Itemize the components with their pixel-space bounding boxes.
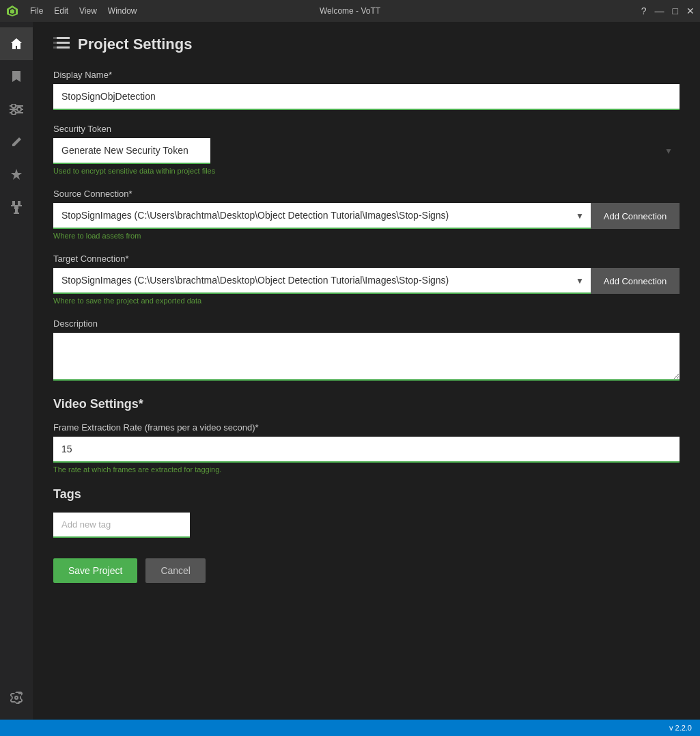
target-add-connection-button[interactable]: Add Connection <box>591 268 680 294</box>
sidebar-item-sliders[interactable] <box>0 93 33 126</box>
menu-edit[interactable]: Edit <box>54 6 68 16</box>
title-bar: File Edit View Window Welcome - VoTT ? —… <box>0 0 700 22</box>
security-token-label: Security Token <box>53 124 680 134</box>
svg-rect-12 <box>14 206 18 209</box>
description-label: Description <box>53 318 680 329</box>
target-connection-select[interactable]: StopSignImages (C:\Users\brachtma\Deskto… <box>53 268 591 294</box>
security-token-group: Security Token Generate New Security Tok… <box>53 124 680 175</box>
sidebar-item-train[interactable] <box>0 159 33 191</box>
svg-point-8 <box>12 111 16 115</box>
source-connection-select-wrap: StopSignImages (C:\Users\brachtma\Deskto… <box>53 203 591 229</box>
main-content: Project Settings Display Name* Security … <box>33 22 700 720</box>
page-title: Project Settings <box>78 36 192 53</box>
svg-rect-20 <box>53 46 57 49</box>
display-name-input[interactable] <box>53 84 680 110</box>
sidebar-item-edit[interactable] <box>0 126 33 159</box>
maximize-icon[interactable]: □ <box>673 5 678 16</box>
video-settings-section: Video Settings* Frame Extraction Rate (f… <box>53 397 680 474</box>
source-connection-select[interactable]: StopSignImages (C:\Users\brachtma\Deskto… <box>53 203 591 229</box>
video-settings-title: Video Settings* <box>53 397 680 411</box>
target-connection-group: Target Connection* StopSignImages (C:\Us… <box>53 254 680 305</box>
security-token-hint: Used to encrypt sensitive data within pr… <box>53 167 680 175</box>
close-icon[interactable]: ✕ <box>686 5 695 16</box>
menu-window[interactable]: Window <box>108 6 137 16</box>
page-header: Project Settings <box>53 36 680 53</box>
menu-bar[interactable]: File Edit View Window <box>30 6 137 16</box>
display-name-label: Display Name* <box>53 70 680 80</box>
target-connection-row: StopSignImages (C:\Users\brachtma\Deskto… <box>53 268 680 294</box>
svg-point-7 <box>17 107 21 111</box>
app-logo <box>5 4 19 18</box>
source-connection-group: Source Connection* StopSignImages (C:\Us… <box>53 189 680 240</box>
source-connection-label: Source Connection* <box>53 189 680 199</box>
page-header-icon <box>53 36 70 53</box>
tags-input[interactable] <box>53 513 190 538</box>
display-name-group: Display Name* <box>53 70 680 110</box>
frame-rate-label: Frame Extraction Rate (frames per a vide… <box>53 422 680 433</box>
target-connection-hint: Where to save the project and exported d… <box>53 297 680 305</box>
description-group: Description <box>53 318 680 383</box>
version-label: v 2.2.0 <box>669 724 692 732</box>
frame-rate-input[interactable] <box>53 437 680 463</box>
minimize-icon[interactable]: — <box>655 5 664 16</box>
security-token-chevron-icon: ▼ <box>664 146 673 156</box>
button-row: Save Project Cancel <box>53 558 680 583</box>
source-connection-hint: Where to load assets from <box>53 232 680 240</box>
svg-rect-19 <box>53 42 57 44</box>
frame-rate-hint: The rate at which frames are extracted f… <box>53 465 680 474</box>
app-body: Project Settings Display Name* Security … <box>0 22 700 720</box>
title-bar-left: File Edit View Window <box>5 4 137 18</box>
security-token-select[interactable]: Generate New Security Token <box>53 138 210 164</box>
sidebar <box>0 22 33 720</box>
status-bar: v 2.2.0 <box>0 720 700 736</box>
svg-point-6 <box>12 104 16 108</box>
source-connection-row: StopSignImages (C:\Users\brachtma\Deskto… <box>53 203 680 229</box>
sidebar-item-plugin[interactable] <box>0 191 33 224</box>
cancel-button[interactable]: Cancel <box>145 558 206 583</box>
window-title: Welcome - VoTT <box>320 6 380 16</box>
target-connection-select-wrap: StopSignImages (C:\Users\brachtma\Deskto… <box>53 268 591 294</box>
save-project-button[interactable]: Save Project <box>53 558 137 583</box>
target-connection-label: Target Connection* <box>53 254 680 264</box>
svg-rect-11 <box>11 205 22 206</box>
window-controls[interactable]: ? — □ ✕ <box>641 5 695 16</box>
description-textarea[interactable] <box>53 333 680 381</box>
menu-view[interactable]: View <box>79 6 97 16</box>
tags-section: Tags <box>53 487 680 538</box>
svg-rect-18 <box>53 37 57 39</box>
sidebar-item-bookmark[interactable] <box>0 60 33 93</box>
menu-file[interactable]: File <box>30 6 43 16</box>
sidebar-item-home[interactable] <box>0 27 33 60</box>
security-token-select-wrap: Generate New Security Token ▼ <box>53 138 680 164</box>
sidebar-item-settings[interactable] <box>0 681 33 714</box>
svg-rect-14 <box>14 213 19 214</box>
tags-title: Tags <box>53 487 680 502</box>
help-icon[interactable]: ? <box>641 5 647 16</box>
source-add-connection-button[interactable]: Add Connection <box>591 203 680 229</box>
